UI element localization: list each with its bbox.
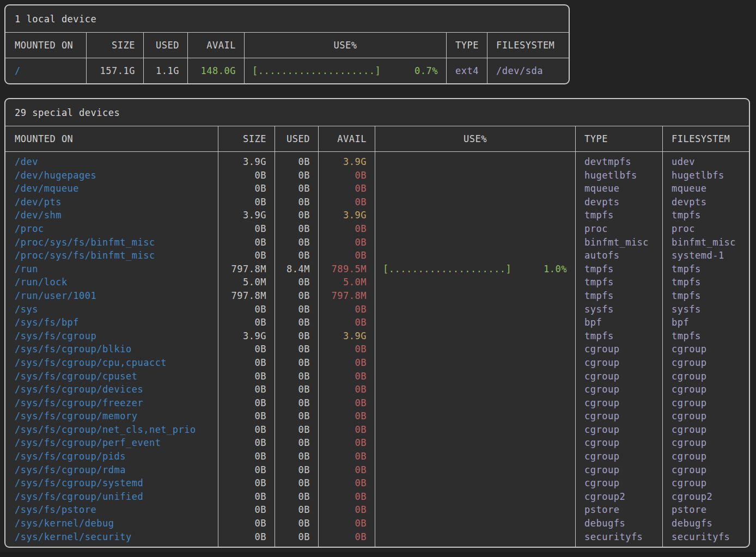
cell-use-percent xyxy=(375,517,575,530)
usage-percent: 0.7% xyxy=(414,58,438,83)
cell-mounted-on: /dev xyxy=(5,155,218,169)
cell-used: 0B xyxy=(275,396,318,410)
cell-avail: 0B xyxy=(319,236,375,249)
special-devices-table: 29 special devices MOUNTED ONSIZEUSEDAVA… xyxy=(4,98,750,548)
cell-filesystem: hugetlbfs xyxy=(663,169,749,182)
cell-size: 0B xyxy=(218,463,275,477)
column-header-used: USED xyxy=(275,126,319,152)
cell-mounted-on: /proc/sys/fs/binfmt_misc xyxy=(5,249,218,262)
cell-use-percent xyxy=(375,236,575,249)
cell-size: 0B xyxy=(218,530,275,544)
column-2: 0B0B0B0B0B0B0B0B8.4M0B0B0B0B0B0B0B0B0B0B… xyxy=(275,152,319,547)
cell-size: 0B xyxy=(218,182,275,195)
cell-type: autofs xyxy=(576,249,662,262)
cell-size: 0B xyxy=(218,490,275,504)
cell-size: 0B xyxy=(218,249,275,262)
cell-avail: 0B xyxy=(319,463,375,477)
column-6: /dev/sda xyxy=(487,58,569,83)
column-header-size: SIZE xyxy=(87,33,144,58)
cell-use-percent xyxy=(375,289,575,303)
cell-mounted-on: /dev/hugepages xyxy=(5,169,218,182)
cell-use-percent xyxy=(375,503,575,517)
column-6: udevhugetlbfsmqueuedevptstmpfsprocbinfmt… xyxy=(663,152,749,547)
local-devices-header-row: MOUNTED ONSIZEUSEDAVAILUSE%TYPEFILESYSTE… xyxy=(5,33,569,58)
cell-size: 0B xyxy=(218,303,275,316)
usage-bar: [....................] xyxy=(252,58,381,83)
cell-size: 3.9G xyxy=(218,209,275,222)
cell-avail: 0B xyxy=(319,316,375,329)
cell-filesystem: mqueue xyxy=(663,182,749,195)
local-devices-table: 1 local device MOUNTED ONSIZEUSEDAVAILUS… xyxy=(4,4,570,84)
cell-avail: 0B xyxy=(319,436,375,450)
cell-use-percent: [....................]1.0% xyxy=(375,262,575,276)
cell-size: 0B xyxy=(218,169,275,182)
cell-filesystem: cgroup xyxy=(663,396,749,410)
cell-filesystem: /dev/sda xyxy=(487,58,569,83)
cell-use-percent xyxy=(375,155,575,169)
column-header-avail: AVAIL xyxy=(188,33,245,58)
cell-used: 0B xyxy=(275,236,318,249)
cell-used: 0B xyxy=(275,169,318,182)
column-4: [....................]0.7% xyxy=(245,58,447,83)
column-3: 3.9G0B0B0B3.9G0B0B0B789.5M5.0M797.8M0B0B… xyxy=(319,152,375,547)
cell-avail: 0B xyxy=(319,396,375,410)
cell-filesystem: cgroup xyxy=(663,409,749,423)
cell-mounted-on: /sys/kernel/debug xyxy=(5,517,218,530)
cell-mounted-on: /sys/fs/cgroup/rdma xyxy=(5,463,218,477)
cell-filesystem: cgroup xyxy=(663,450,749,463)
cell-filesystem: proc xyxy=(663,222,749,236)
cell-filesystem: cgroup xyxy=(663,342,749,356)
cell-filesystem: securityfs xyxy=(663,530,749,544)
cell-filesystem: tmpfs xyxy=(663,209,749,222)
cell-size: 5.0M xyxy=(218,276,275,289)
cell-avail: 0B xyxy=(319,169,375,182)
cell-type: bpf xyxy=(576,316,662,329)
cell-type: devpts xyxy=(576,195,662,209)
cell-size: 3.9G xyxy=(218,155,275,169)
cell-used: 0B xyxy=(275,436,318,450)
cell-use-percent xyxy=(375,396,575,410)
cell-avail: 148.0G xyxy=(188,58,244,83)
cell-filesystem: cgroup xyxy=(663,423,749,437)
column-0: / xyxy=(5,58,87,83)
cell-used: 0B xyxy=(275,503,318,517)
cell-use-percent xyxy=(375,195,575,209)
cell-mounted-on: /dev/shm xyxy=(5,209,218,222)
cell-avail: 3.9G xyxy=(319,155,375,169)
cell-filesystem: cgroup2 xyxy=(663,490,749,504)
cell-avail: 0B xyxy=(319,530,375,544)
cell-size: 797.8M xyxy=(218,289,275,303)
cell-mounted-on: /run xyxy=(5,262,218,276)
cell-used: 0B xyxy=(275,530,318,544)
cell-avail: 0B xyxy=(319,517,375,530)
cell-mounted-on: /sys xyxy=(5,303,218,316)
cell-size: 0B xyxy=(218,370,275,383)
cell-size: 0B xyxy=(218,423,275,437)
cell-filesystem: debugfs xyxy=(663,517,749,530)
cell-use-percent xyxy=(375,329,575,343)
cell-size: 0B xyxy=(218,436,275,450)
cell-used: 0B xyxy=(275,195,318,209)
cell-avail: 0B xyxy=(319,182,375,195)
cell-used: 0B xyxy=(275,329,318,343)
cell-avail: 0B xyxy=(319,356,375,370)
cell-avail: 797.8M xyxy=(319,289,375,303)
cell-use-percent xyxy=(375,530,575,544)
cell-use-percent xyxy=(375,476,575,490)
cell-filesystem: cgroup xyxy=(663,383,749,396)
cell-size: 0B xyxy=(218,409,275,423)
cell-avail: 0B xyxy=(319,222,375,236)
cell-mounted-on: /sys/fs/cgroup xyxy=(5,329,218,343)
cell-type: mqueue xyxy=(576,182,662,195)
cell-mounted-on: /sys/fs/cgroup/cpuset xyxy=(5,370,218,383)
local-devices-title: 1 local device xyxy=(5,5,569,33)
cell-use-percent xyxy=(375,222,575,236)
cell-use-percent xyxy=(375,182,575,195)
cell-used: 0B xyxy=(275,423,318,437)
cell-mounted-on: /run/user/1001 xyxy=(5,289,218,303)
cell-size: 0B xyxy=(218,396,275,410)
column-header-filesystem: FILESYSTEM xyxy=(487,33,569,58)
cell-mounted-on: /sys/fs/cgroup/blkio xyxy=(5,342,218,356)
cell-avail: 0B xyxy=(319,370,375,383)
cell-filesystem: cgroup xyxy=(663,476,749,490)
